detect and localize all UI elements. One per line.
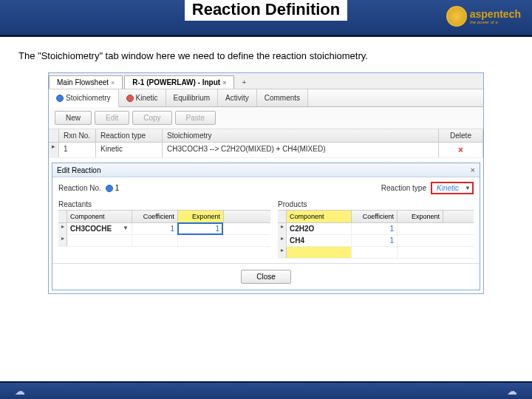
copy-button[interactable]: Copy: [132, 111, 171, 125]
tab-label: Main Flowsheet: [57, 78, 109, 86]
dialog-title: Edit Reaction: [57, 166, 100, 174]
row-marker: ▸: [58, 223, 67, 234]
cell-reaction-type: Kinetic: [96, 143, 163, 157]
toolbar: New Edit Copy Paste: [49, 107, 483, 129]
subtab-label: Equilibrium: [174, 94, 210, 102]
reactant-coefficient-cell[interactable]: 1: [132, 223, 178, 234]
subtab-kinetic[interactable]: Kinetic: [119, 89, 166, 106]
subtab-activity[interactable]: Activity: [218, 89, 257, 106]
tab-label: R-1 (POWERLAW) - Input: [132, 78, 220, 86]
reactant-exponent-cell[interactable]: 1: [178, 223, 222, 234]
col-rxn-no: Rxn No.: [59, 129, 96, 142]
slide-title: Reaction Definition: [185, 0, 347, 21]
chevron-down-icon: ▼: [123, 225, 129, 231]
delete-icon: ×: [458, 145, 463, 155]
dialog-titlebar: Edit Reaction ×: [52, 163, 480, 177]
col-stoichiometry: Stoichiometry: [163, 129, 439, 142]
subtab-label: Stoichiometry: [66, 94, 111, 102]
tab-reaction-input[interactable]: R-1 (POWERLAW) - Input ×: [124, 75, 234, 89]
col-delete: Delete: [439, 129, 483, 142]
check-icon: [56, 95, 64, 102]
subtab-label: Comments: [265, 94, 300, 102]
col-component: Component: [287, 211, 352, 222]
product-exponent-cell[interactable]: [398, 235, 442, 246]
reactant-row[interactable]: ▸ CH3COCHE▼ 1 1: [58, 223, 270, 235]
check-icon: [106, 185, 113, 192]
row-marker: ▸: [49, 143, 59, 157]
slide-description: The "Stoichiometry" tab window here we n…: [0, 37, 532, 69]
logo-icon: [446, 6, 467, 27]
dialog-close-button[interactable]: ×: [471, 166, 475, 174]
edit-button[interactable]: Edit: [95, 111, 129, 125]
col-component: Component: [67, 211, 132, 222]
logo-text: aspentech: [470, 8, 521, 20]
products-header: Component Coefficient Exponent: [278, 210, 474, 223]
slide-footer: ☁ ☁: [0, 381, 532, 399]
reaction-type-dropdown[interactable]: Kinetic ▼: [431, 182, 474, 194]
product-row[interactable]: ▸ CH4 1: [278, 235, 474, 247]
product-coefficient-cell[interactable]: 1: [352, 223, 398, 234]
slide-header: Reaction Definition aspentech the power …: [0, 0, 532, 37]
subtab-comments[interactable]: Comments: [257, 89, 308, 106]
tab-main-flowsheet[interactable]: Main Flowsheet ×: [49, 75, 123, 89]
cloud-icon: ☁: [507, 385, 517, 397]
col-exponent: Exponent: [398, 211, 443, 222]
reaction-no-label: Reaction No.: [58, 184, 101, 192]
document-tab-strip: Main Flowsheet × R-1 (POWERLAW) - Input …: [49, 73, 483, 89]
new-button[interactable]: New: [55, 111, 92, 125]
paste-button[interactable]: Paste: [175, 111, 216, 125]
subtab-strip: Stoichiometry Kinetic Equilibrium Activi…: [49, 89, 483, 107]
reactants-panel: Reactants Component Coefficient Exponent…: [58, 200, 270, 259]
reaction-grid-header: Rxn No. Reaction type Stoichiometry Dele…: [49, 129, 483, 143]
subtab-stoichiometry[interactable]: Stoichiometry: [49, 89, 119, 107]
chevron-down-icon: ▼: [465, 185, 471, 191]
product-exponent-cell[interactable]: [398, 223, 442, 234]
reaction-no-value[interactable]: 1: [106, 184, 120, 192]
products-panel: Products Component Coefficient Exponent …: [278, 200, 474, 259]
product-component-cell[interactable]: C2H2O: [287, 223, 352, 234]
reaction-fields: Reaction No. 1 Reaction type Kinetic ▼: [58, 182, 474, 194]
reactants-header: Component Coefficient Exponent: [58, 210, 270, 223]
col-exponent: Exponent: [178, 211, 224, 222]
product-component-cell-active[interactable]: [287, 247, 352, 258]
close-icon[interactable]: ×: [222, 79, 226, 86]
reaction-grid-row[interactable]: ▸ 1 Kinetic CH3COCH3 --> C2H2O(MIXED) + …: [49, 143, 483, 158]
subtab-label: Kinetic: [136, 94, 158, 102]
subtab-equilibrium[interactable]: Equilibrium: [166, 89, 218, 106]
required-icon: [126, 95, 134, 102]
edit-reaction-dialog: Edit Reaction × Reaction No. 1 Reaction …: [52, 163, 480, 290]
col-reaction-type: Reaction type: [96, 129, 163, 142]
product-coefficient-cell[interactable]: 1: [352, 235, 398, 246]
reaction-type-value: Kinetic: [437, 184, 459, 192]
delete-row-button[interactable]: ×: [439, 143, 483, 157]
reaction-type-label: Reaction type: [381, 184, 426, 192]
col-coefficient: Coefficient: [352, 211, 398, 222]
product-row-empty[interactable]: ▸: [278, 247, 474, 259]
reactants-title: Reactants: [58, 200, 270, 208]
reaction-no-text: 1: [115, 184, 120, 192]
cell-stoichiometry: CH3COCH3 --> C2H2O(MIXED) + CH4(MIXED): [163, 143, 439, 157]
close-icon[interactable]: ×: [111, 79, 115, 86]
cloud-icon: ☁: [15, 385, 25, 397]
logo: aspentech the power of e: [446, 6, 521, 27]
reactant-component-cell[interactable]: CH3COCHE▼: [67, 223, 132, 234]
subtab-label: Activity: [225, 94, 249, 102]
close-button[interactable]: Close: [241, 270, 291, 284]
cell-rxn-no: 1: [59, 143, 96, 157]
row-marker-header: [49, 129, 59, 142]
col-coefficient: Coefficient: [132, 211, 178, 222]
product-row[interactable]: ▸ C2H2O 1: [278, 223, 474, 235]
logo-subtext: the power of e: [470, 20, 521, 24]
dialog-footer: Close: [52, 263, 480, 290]
app-window: Main Flowsheet × R-1 (POWERLAW) - Input …: [48, 72, 484, 294]
product-component-cell[interactable]: CH4: [287, 235, 352, 246]
products-title: Products: [278, 200, 474, 208]
reactant-row-empty[interactable]: ▸: [58, 235, 270, 247]
tab-add-button[interactable]: +: [236, 76, 252, 89]
